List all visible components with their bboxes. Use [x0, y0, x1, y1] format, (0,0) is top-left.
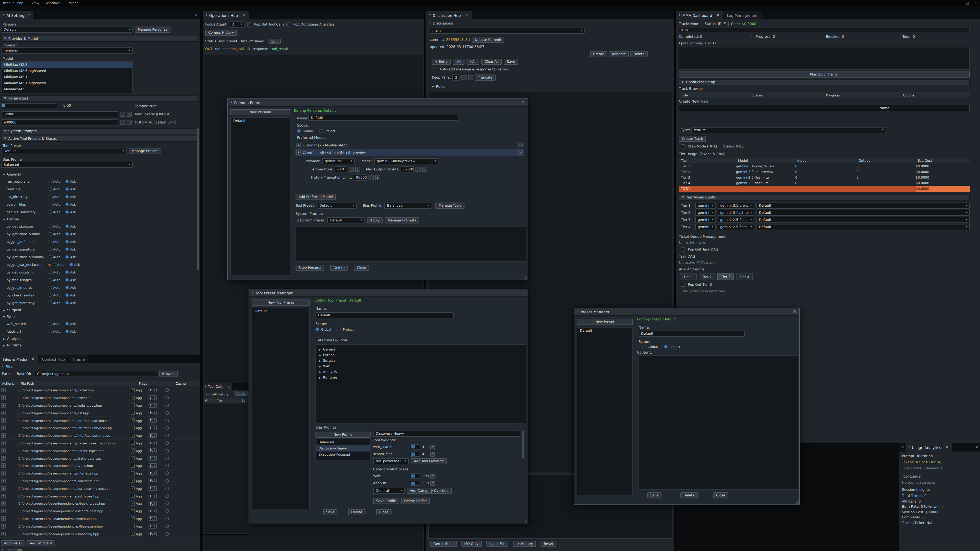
- track-type-dropdown[interactable]: feature▾: [691, 127, 886, 133]
- delete-persona-button[interactable]: Delete: [331, 265, 348, 271]
- resize-grip[interactable]: [795, 500, 799, 503]
- agg-checkbox[interactable]: ✓: [130, 411, 135, 415]
- manage-prompts-button[interactable]: Manage Prompts: [385, 218, 419, 224]
- auto-add-checkbox[interactable]: [433, 68, 436, 71]
- agg-checkbox[interactable]: ✓: [130, 486, 135, 491]
- base-dir-input[interactable]: C:/projects/gencpp: [35, 371, 157, 377]
- full-flag-button[interactable]: Full: [148, 426, 157, 430]
- category-row[interactable]: ▶Runtime: [316, 375, 526, 380]
- tool-ask-radio[interactable]: [65, 195, 69, 198]
- cache-toggle[interactable]: [165, 419, 169, 422]
- tab-context-hub[interactable]: Context Hub: [39, 355, 68, 363]
- history-limit-input[interactable]: 900000: [353, 175, 367, 181]
- cache-toggle[interactable]: [165, 464, 169, 468]
- tool-ask-radio[interactable]: [70, 263, 73, 266]
- tool-auto-radio[interactable]: [48, 195, 52, 198]
- new-tool-preset-button[interactable]: New Tool Preset: [251, 300, 310, 306]
- history-limit-decrement-button[interactable]: -: [120, 120, 125, 125]
- tab-mma-dashboard[interactable]: ▾ MMA Dashboard ×: [676, 11, 723, 19]
- remove-file-button[interactable]: x: [1, 433, 6, 438]
- remove-file-button[interactable]: x: [1, 448, 6, 453]
- keep-pairs-input[interactable]: 2: [452, 75, 460, 81]
- agg-checkbox[interactable]: ✓: [130, 479, 135, 483]
- agg-checkbox[interactable]: ✓: [130, 464, 135, 468]
- tool-ask-radio[interactable]: [65, 248, 69, 251]
- max-tokens-decrement-button[interactable]: -: [415, 167, 421, 172]
- tab-log-management[interactable]: Log Management: [724, 11, 762, 19]
- tool-group-header[interactable]: ▶Analysis: [0, 335, 197, 342]
- menu-item[interactable]: Project: [66, 1, 78, 5]
- close-window-icon[interactable]: ×: [974, 1, 977, 5]
- preset-name-input[interactable]: Default: [638, 330, 745, 337]
- agg-checkbox[interactable]: ✓: [130, 516, 135, 521]
- remove-override-button[interactable]: ×: [430, 481, 435, 486]
- scope-project-radio[interactable]: [337, 327, 341, 331]
- preferred-model-dropdown[interactable]: gemini-3-flash-preview▾: [374, 158, 439, 164]
- tab-tool-calls[interactable]: ▾ Tool Calls ×: [203, 383, 232, 390]
- update-commit-button[interactable]: Update Commit: [472, 37, 504, 43]
- tool-auto-radio[interactable]: [48, 248, 52, 251]
- tool-ask-radio[interactable]: [65, 224, 69, 228]
- new-profile-button[interactable]: New Profile: [315, 432, 371, 438]
- full-flag-button[interactable]: Full: [148, 478, 157, 483]
- history-limit-increment-button[interactable]: +: [127, 120, 132, 125]
- compose-button[interactable]: Reset: [541, 541, 556, 547]
- rename-discussion-button[interactable]: Rename: [609, 51, 629, 57]
- tier-profile-dropdown[interactable]: Default▾: [756, 224, 970, 230]
- remove-file-button[interactable]: x: [1, 509, 6, 513]
- remove-file-button[interactable]: x: [1, 486, 6, 491]
- tool-ask-radio[interactable]: [65, 293, 69, 297]
- tool-auto-radio[interactable]: [48, 203, 52, 206]
- tool-ask-radio[interactable]: [65, 255, 69, 259]
- tab-theme[interactable]: Theme: [69, 355, 88, 363]
- apply-button[interactable]: Apply: [367, 218, 383, 224]
- close-tab-icon[interactable]: ×: [228, 385, 231, 389]
- tool-presets-biases-header[interactable]: ▼ Active Tool Presets & Biases: [1, 136, 199, 142]
- close-dialog-icon[interactable]: ×: [522, 100, 525, 105]
- tier-provider-dropdown[interactable]: gemini▾: [695, 217, 716, 223]
- tool-ask-radio[interactable]: [65, 232, 69, 236]
- clear-status-button[interactable]: Clear: [269, 39, 281, 44]
- plan-epic-button[interactable]: Plan Epic (Tier 1): [679, 71, 970, 78]
- files-section-label[interactable]: Files: [6, 365, 13, 369]
- compose-button[interactable]: Gen + Send: [430, 541, 457, 547]
- remove-model-button[interactable]: ×: [518, 143, 523, 148]
- delete-discussion-button[interactable]: Delete: [630, 51, 648, 57]
- cache-toggle[interactable]: [165, 532, 169, 535]
- pop-out-tier3-checkbox[interactable]: ✓: [681, 283, 685, 287]
- agg-checkbox[interactable]: ✓: [130, 509, 135, 513]
- close-tab-icon[interactable]: ×: [945, 445, 948, 449]
- tool-override-dropdown[interactable]: run_powershell▾: [373, 458, 409, 464]
- scope-global-radio[interactable]: [315, 327, 319, 331]
- remove-override-button[interactable]: ×: [430, 452, 435, 456]
- step-mode-checkbox[interactable]: [681, 144, 685, 148]
- reorder-button[interactable]: ▴: [296, 143, 301, 148]
- remove-file-button[interactable]: x: [1, 478, 6, 483]
- close-dialog-button[interactable]: Close: [713, 492, 729, 499]
- tool-ask-radio[interactable]: [65, 301, 69, 305]
- max-tokens-decrement-button[interactable]: -: [120, 112, 125, 117]
- maximize-icon[interactable]: ▢: [966, 1, 969, 5]
- tier-provider-dropdown[interactable]: gemini▾: [695, 203, 716, 209]
- preferred-provider-dropdown[interactable]: gemini_cli▾: [322, 158, 355, 164]
- temp-decrement-button[interactable]: -: [348, 167, 354, 172]
- tool-auto-radio[interactable]: [48, 278, 52, 282]
- bias-scrollbar[interactable]: [522, 430, 524, 507]
- remove-model-button[interactable]: ×: [518, 150, 523, 155]
- tool-auto-radio[interactable]: [48, 179, 52, 183]
- resize-grip[interactable]: [524, 275, 527, 279]
- temperature-slider[interactable]: [1, 103, 57, 108]
- minimize-icon[interactable]: —: [958, 1, 961, 5]
- remove-file-button[interactable]: x: [1, 531, 6, 536]
- persona-option[interactable]: Default: [231, 118, 290, 124]
- pop-out-usage-checkbox[interactable]: ✓: [286, 22, 290, 27]
- full-flag-button[interactable]: Full: [148, 418, 157, 423]
- full-flag-button[interactable]: Full: [148, 531, 157, 536]
- tool-ask-radio[interactable]: [65, 179, 69, 183]
- save-persona-button[interactable]: Save Persona: [296, 265, 325, 271]
- close-tab-icon[interactable]: ×: [716, 13, 720, 17]
- resize-grip[interactable]: [524, 519, 527, 522]
- agg-checkbox[interactable]: ✓: [130, 532, 135, 536]
- cache-toggle[interactable]: [165, 403, 169, 407]
- compose-button[interactable]: Inject File: [486, 541, 508, 547]
